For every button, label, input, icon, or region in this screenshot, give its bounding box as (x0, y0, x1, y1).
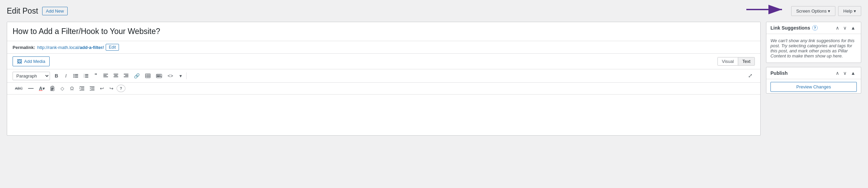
svg-rect-43 (81, 88, 84, 88)
link-suggestions-title: Link Suggestions (770, 25, 810, 31)
arrow-indicator (746, 3, 787, 18)
preview-changes-button[interactable]: Preview Changes (770, 82, 857, 92)
blockquote-button[interactable]: " (91, 71, 100, 80)
table-button[interactable] (143, 71, 153, 80)
top-right: Screen Options ▾ Help ▾ (746, 3, 861, 18)
ul-button[interactable] (71, 71, 81, 80)
align-left-button[interactable] (101, 71, 110, 80)
svg-rect-46 (81, 89, 84, 89)
more-dropdown-button[interactable]: ▾ (176, 71, 185, 80)
outdent-button[interactable] (77, 84, 87, 93)
svg-rect-11 (85, 75, 88, 76)
page-title: Edit Post (7, 6, 38, 16)
permalink-link[interactable]: http://rank-math.local/add-a-filter/ (37, 45, 104, 50)
link-suggestions-body: We can't show any link suggestions for t… (766, 34, 861, 63)
link-suggestions-box: Link Suggestions ? ∧ ∨ ▲ We can't show a… (766, 22, 861, 63)
text-color-arrow: ▾ (42, 86, 45, 91)
code-button[interactable]: <> (165, 71, 175, 80)
svg-rect-26 (145, 74, 150, 78)
svg-marker-45 (80, 88, 81, 89)
publish-title-group: Publish (770, 70, 788, 76)
link-suggestions-text: We can't show any link suggestions for t… (770, 38, 854, 58)
add-new-button[interactable]: Add New (42, 7, 68, 15)
svg-rect-42 (80, 86, 84, 87)
svg-rect-39 (51, 88, 53, 88)
align-center-button[interactable] (111, 71, 121, 80)
svg-rect-3 (75, 74, 78, 75)
hr-button[interactable]: — (26, 84, 36, 93)
tab-visual[interactable]: Visual (718, 57, 738, 65)
svg-rect-32 (157, 75, 158, 75)
svg-rect-52 (90, 90, 94, 91)
svg-rect-22 (124, 74, 128, 74)
svg-rect-33 (158, 75, 159, 75)
help-button[interactable]: Help ▾ (838, 6, 861, 16)
ol-button[interactable]: 1.2.3. (81, 71, 91, 80)
post-title-input[interactable] (7, 22, 760, 41)
text-color-icon: A (39, 86, 42, 91)
publish-collapse-down[interactable]: ∨ (842, 70, 848, 76)
permalink-slug: add-a-filter/ (80, 45, 104, 50)
editor-content[interactable] (7, 95, 760, 135)
arrow-svg (746, 3, 787, 16)
screen-options-button[interactable]: Screen Options ▾ (791, 6, 836, 16)
toolbar-separator-1 (186, 72, 187, 79)
svg-rect-5 (75, 75, 78, 76)
keyboard-shortcuts-button[interactable] (154, 71, 164, 80)
permalink-base: http://rank-math.local/ (37, 45, 80, 50)
permalink-edit-button[interactable]: Edit (106, 44, 119, 51)
visual-text-tabs: Visual Text (717, 57, 755, 66)
svg-rect-18 (114, 74, 118, 74)
link-suggestions-title-group: Link Suggestions ? (770, 25, 818, 31)
publish-collapse-up[interactable]: ∧ (834, 70, 840, 76)
strikethrough-button[interactable]: ABC (13, 84, 25, 93)
svg-rect-7 (75, 77, 78, 78)
indent-button[interactable] (87, 84, 97, 93)
tab-text[interactable]: Text (738, 57, 754, 65)
link-suggestions-help[interactable]: ? (812, 25, 818, 31)
permalink-bar: Permalink: http://rank-math.local/add-a-… (7, 41, 760, 54)
svg-rect-51 (91, 89, 94, 89)
publish-header: Publish ∧ ∨ ▲ (766, 67, 861, 79)
bold-button[interactable]: B (52, 71, 61, 80)
clear-format-button[interactable]: ◇ (58, 84, 67, 93)
svg-rect-9 (85, 74, 88, 75)
main-layout: Permalink: http://rank-math.local/add-a-… (0, 22, 868, 142)
svg-rect-14 (103, 74, 108, 74)
link-suggestions-collapse-down[interactable]: ∨ (842, 25, 848, 31)
svg-rect-34 (160, 75, 160, 75)
special-chars-button[interactable]: Ω (68, 84, 76, 93)
help-arrow: ▾ (854, 8, 856, 14)
link-suggestions-controls: ∧ ∨ ▲ (834, 25, 857, 31)
text-color-button[interactable]: A ▾ (37, 84, 47, 93)
svg-text:3.: 3. (84, 76, 85, 78)
link-suggestions-close[interactable]: ▲ (849, 25, 857, 31)
sidebar: Link Suggestions ? ∧ ∨ ▲ We can't show a… (766, 22, 861, 136)
svg-rect-23 (125, 75, 128, 76)
help-icon-button[interactable]: ? (117, 85, 125, 92)
publish-close[interactable]: ▲ (849, 70, 857, 76)
publish-box: Publish ∧ ∨ ▲ Preview Changes (766, 67, 861, 93)
fullscreen-button[interactable]: ⤢ (746, 71, 755, 80)
format-toolbar-2: ABC — A ▾ ◇ Ω ↩ ↪ ? (7, 83, 760, 95)
link-suggestions-collapse-up[interactable]: ∧ (834, 25, 840, 31)
svg-marker-50 (90, 88, 91, 89)
undo-button[interactable]: ↩ (98, 84, 106, 93)
format-select[interactable]: Paragraph Heading 1 Heading 2 Heading 3 … (13, 72, 50, 80)
add-media-button[interactable]: 🖼 Add Media (13, 56, 50, 66)
svg-point-6 (73, 77, 74, 78)
svg-rect-47 (80, 90, 84, 91)
svg-rect-19 (114, 75, 118, 76)
help-label: Help (843, 8, 852, 14)
link-button[interactable]: 🔗 (132, 71, 142, 80)
align-right-button[interactable] (121, 71, 131, 80)
paste-text-button[interactable] (48, 84, 57, 93)
screen-options-arrow: ▾ (828, 8, 830, 14)
add-media-icon: 🖼 (17, 58, 22, 64)
publish-title: Publish (770, 70, 788, 76)
redo-button[interactable]: ↪ (107, 84, 116, 93)
top-left: Edit Post Add New (7, 6, 68, 16)
add-media-label: Add Media (24, 59, 45, 64)
svg-rect-37 (160, 76, 161, 77)
italic-button[interactable]: I (62, 71, 70, 80)
